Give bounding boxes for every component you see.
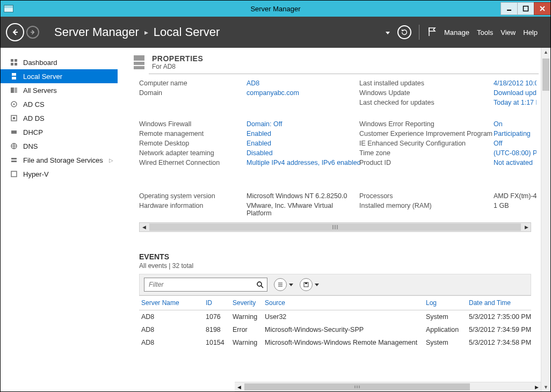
tools-menu[interactable]: Tools: [477, 28, 493, 37]
cell-source: User32: [263, 310, 424, 323]
notifications-flag-icon[interactable]: [427, 26, 437, 39]
svg-point-25: [257, 282, 262, 286]
product-id-link[interactable]: Not activated: [494, 159, 536, 166]
prop-label: Remote Desktop: [139, 140, 247, 147]
cell-id: 10154: [204, 336, 230, 349]
scroll-down-button[interactable]: ▼: [541, 383, 550, 391]
prop-label: Last installed updates: [359, 79, 494, 87]
window-title: Server Manager: [1, 5, 550, 13]
manage-menu[interactable]: Manage: [444, 28, 469, 37]
remote-desktop-link[interactable]: Enabled: [247, 140, 343, 147]
filter-input[interactable]: [144, 281, 253, 288]
cell-log: System: [424, 310, 467, 323]
breadcrumb: Server Manager ▸ Local Server: [54, 25, 220, 39]
sidebar-item-dashboard[interactable]: Dashboard: [1, 55, 118, 69]
sidebar-item-hyperv[interactable]: Hyper-V: [1, 167, 118, 181]
svg-rect-22: [11, 158, 17, 159]
search-icon[interactable]: [253, 281, 267, 288]
scroll-right-button[interactable]: ▶: [532, 382, 541, 391]
divider: [419, 25, 419, 40]
table-row[interactable]: AD81076WarningUser32System5/3/2012 7:35:…: [139, 310, 531, 323]
last-checked-link[interactable]: Today at 1:17 PM: [494, 99, 536, 106]
cell-severity: Error: [230, 323, 263, 336]
sidebar-item-adds[interactable]: AD DS: [1, 111, 118, 125]
prop-label: Windows Firewall: [139, 120, 247, 128]
sidebar-item-file-storage[interactable]: File and Storage Services ▷: [1, 153, 118, 167]
svg-rect-10: [15, 63, 17, 66]
save-query-button[interactable]: [300, 278, 319, 291]
scroll-right-button[interactable]: ▶: [522, 223, 531, 231]
windows-update-link[interactable]: Download updat: [494, 89, 536, 97]
ie-esc-link[interactable]: Off: [494, 140, 536, 147]
processors-value: AMD FX(tm)-410: [494, 192, 536, 200]
ribbon: Server Manager ▸ Local Server Manage Too…: [1, 17, 550, 48]
sidebar-item-adcs[interactable]: AD CS: [1, 97, 118, 111]
query-button[interactable]: [274, 278, 293, 291]
view-menu[interactable]: View: [501, 28, 516, 37]
svg-rect-13: [11, 88, 14, 93]
prop-label: Hardware information: [139, 202, 247, 217]
computer-name-link[interactable]: AD8: [247, 79, 343, 87]
hardware-value: VMware, Inc. VMware Virtual Platform: [247, 202, 359, 217]
divider: [149, 74, 539, 74]
dns-icon: [10, 142, 18, 150]
remote-mgmt-link[interactable]: Enabled: [247, 130, 343, 137]
events-table: Server Name ID Severity Source Log Date …: [139, 295, 531, 349]
scroll-left-button[interactable]: ◀: [140, 223, 148, 231]
wired-ethernet-link[interactable]: Multiple IPv4 addresses, IPv6 enabled: [247, 159, 359, 166]
hyperv-icon: [10, 170, 18, 178]
sidebar-item-dns[interactable]: DNS: [1, 139, 118, 153]
table-row[interactable]: AD88198ErrorMicrosoft-Windows-Security-S…: [139, 323, 531, 336]
error-reporting-link[interactable]: On: [494, 120, 536, 128]
events-title: EVENTS: [139, 252, 539, 261]
server-glyph-icon: [134, 55, 144, 69]
svg-line-26: [261, 286, 263, 288]
col-datetime[interactable]: Date and Time: [467, 296, 541, 310]
filter-box: [144, 278, 267, 292]
last-updates-link[interactable]: 4/18/2012 10:05: [494, 79, 536, 87]
breadcrumb-dropdown[interactable]: [386, 28, 390, 36]
forward-button[interactable]: [26, 26, 39, 39]
svg-rect-7: [11, 59, 13, 62]
events-toolbar: [139, 274, 531, 295]
prop-label: Time zone: [359, 149, 494, 157]
properties-hscroll[interactable]: ◀ ▶: [139, 222, 531, 232]
scroll-left-button[interactable]: ◀: [235, 382, 243, 391]
ceip-link[interactable]: Participating: [494, 130, 536, 137]
table-row[interactable]: AD810154WarningMicrosoft-Windows-Windows…: [139, 336, 531, 349]
svg-rect-8: [15, 59, 17, 62]
scroll-thumb[interactable]: [542, 59, 549, 91]
content-vscroll[interactable]: ▲ ▼: [541, 48, 550, 391]
timezone-link[interactable]: (UTC-08:00) Paci: [494, 149, 536, 157]
chevron-right-icon: ▸: [144, 28, 148, 37]
sidebar-item-all-servers[interactable]: All Servers: [1, 83, 118, 97]
svg-rect-14: [15, 88, 17, 93]
svg-rect-9: [11, 63, 13, 66]
col-log[interactable]: Log: [424, 296, 467, 310]
breadcrumb-root[interactable]: Server Manager: [54, 25, 139, 39]
firewall-link[interactable]: Domain: Off: [247, 120, 343, 128]
properties-grid: Computer name AD8 Last installed updates…: [139, 79, 536, 217]
breadcrumb-current[interactable]: Local Server: [154, 25, 220, 39]
cell-log: System: [424, 336, 467, 349]
col-source[interactable]: Source: [263, 296, 424, 310]
nic-teaming-link[interactable]: Disabled: [247, 149, 343, 157]
back-button[interactable]: [6, 23, 24, 41]
prop-label: Customer Experience Improvement Program: [359, 130, 494, 137]
adcs-icon: [10, 100, 18, 108]
content-hscroll[interactable]: ◀ ▶: [235, 382, 541, 391]
sidebar-item-dhcp[interactable]: DHCP: [1, 125, 118, 139]
adds-icon: [10, 114, 18, 122]
col-id[interactable]: ID: [204, 296, 230, 310]
scroll-up-button[interactable]: ▲: [541, 48, 550, 56]
sidebar-item-label: Local Server: [23, 72, 62, 81]
help-menu[interactable]: Help: [523, 28, 538, 37]
col-severity[interactable]: Severity: [230, 296, 263, 310]
col-server[interactable]: Server Name: [139, 296, 204, 310]
events-table-header: Server Name ID Severity Source Log Date …: [139, 295, 531, 310]
domain-link[interactable]: companyabc.com: [247, 89, 343, 97]
svg-point-16: [13, 104, 15, 105]
svg-rect-23: [11, 161, 17, 162]
refresh-button[interactable]: [397, 25, 411, 39]
sidebar-item-local-server[interactable]: Local Server: [1, 69, 118, 83]
